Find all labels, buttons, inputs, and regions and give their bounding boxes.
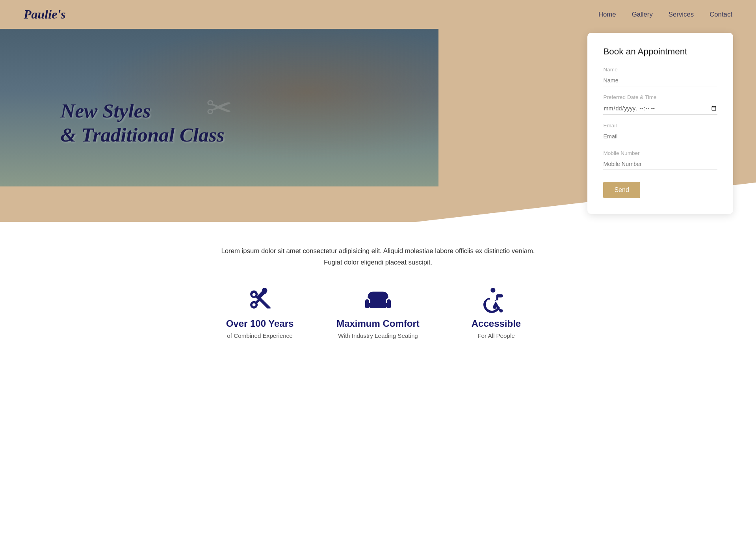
hero-text: New Styles & Traditional Class bbox=[61, 99, 225, 147]
body-description: Lorem ipsum dolor sit amet consectetur a… bbox=[221, 246, 536, 268]
nav-home[interactable]: Home bbox=[598, 11, 616, 18]
nav-gallery[interactable]: Gallery bbox=[632, 11, 653, 18]
nav-links: Home Gallery Services Contact bbox=[598, 11, 732, 19]
mobile-input[interactable] bbox=[603, 158, 717, 170]
navbar: Paulie's Home Gallery Services Contact bbox=[0, 0, 756, 29]
hero-headline: New Styles & Traditional Class bbox=[61, 99, 225, 147]
feature-scissors-title: Over 100 Years bbox=[209, 318, 311, 329]
send-button[interactable]: Send bbox=[603, 182, 640, 198]
feature-accessible-title: Accessible bbox=[445, 318, 548, 329]
hero-inner: New Styles & Traditional Class Book an A… bbox=[0, 29, 756, 222]
feature-comfort: Maximum Comfort With Industry Leading Se… bbox=[319, 288, 437, 339]
appointment-card: Book an Appointment Name Preferred Date … bbox=[587, 33, 733, 214]
email-field-group: Email bbox=[603, 123, 717, 142]
accessible-icon bbox=[483, 288, 509, 313]
feature-scissors-subtitle: of Combined Experience bbox=[209, 332, 311, 339]
name-field-group: Name bbox=[603, 67, 717, 86]
name-label: Name bbox=[603, 67, 717, 73]
email-label: Email bbox=[603, 123, 717, 129]
logo: Paulie's bbox=[24, 7, 66, 22]
feature-scissors: Over 100 Years of Combined Experience bbox=[201, 288, 319, 339]
nav-services[interactable]: Services bbox=[669, 11, 694, 18]
datetime-input[interactable] bbox=[603, 102, 717, 115]
email-input[interactable] bbox=[603, 131, 717, 142]
feature-comfort-title: Maximum Comfort bbox=[327, 318, 429, 329]
datetime-field-group: Preferred Date & Time bbox=[603, 94, 717, 115]
nav-contact[interactable]: Contact bbox=[710, 11, 732, 18]
sofa-icon bbox=[365, 288, 391, 313]
features-section: Over 100 Years of Combined Experience Ma… bbox=[201, 288, 555, 355]
datetime-label: Preferred Date & Time bbox=[603, 94, 717, 100]
body-section: Lorem ipsum dolor sit amet consectetur a… bbox=[0, 222, 756, 371]
name-input[interactable] bbox=[603, 75, 717, 86]
scissors-icon bbox=[247, 288, 273, 313]
feature-accessible: Accessible For All People bbox=[437, 288, 555, 339]
mobile-label: Mobile Number bbox=[603, 150, 717, 156]
appointment-title: Book an Appointment bbox=[603, 47, 717, 57]
feature-comfort-subtitle: With Industry Leading Seating bbox=[327, 332, 429, 339]
feature-accessible-subtitle: For All People bbox=[445, 332, 548, 339]
mobile-field-group: Mobile Number bbox=[603, 150, 717, 170]
hero-section: New Styles & Traditional Class Book an A… bbox=[0, 29, 756, 222]
